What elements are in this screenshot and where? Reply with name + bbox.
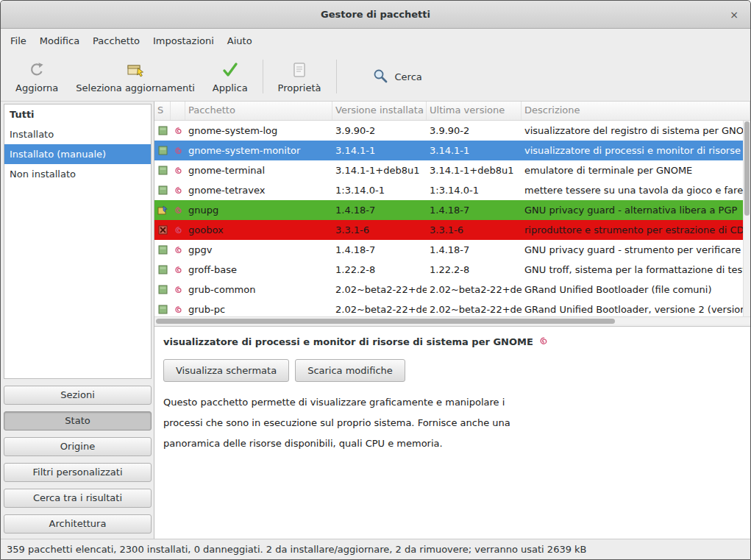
installed-version: 3.3.1-6 bbox=[332, 224, 427, 235]
vertical-scrollbar-thumb[interactable] bbox=[744, 121, 750, 216]
status-installed-icon bbox=[154, 185, 171, 195]
details-buttons: Visualizza schermata Scarica modifiche bbox=[163, 359, 741, 382]
package-description: mettere tessere su una tavola da gioco e… bbox=[522, 185, 750, 196]
titlebar[interactable]: Gestore di pacchetti × bbox=[1, 1, 750, 29]
menu-file[interactable]: File bbox=[4, 29, 33, 52]
installed-version: 3.14.1-1+deb8u1 bbox=[332, 165, 427, 176]
main-area: TuttiInstallatoInstallato (manuale)Non i… bbox=[1, 102, 750, 539]
debian-swirl-icon bbox=[171, 285, 185, 294]
package-name: gnome-system-log bbox=[185, 125, 332, 136]
filter-item-non-installato[interactable]: Non installato bbox=[4, 164, 151, 184]
package-row-gnome-terminal[interactable]: gnome-terminal3.14.1-1+deb8u13.14.1-1+de… bbox=[154, 160, 750, 180]
sidebar-button-filtri-personalizzati[interactable]: Filtri personalizzati bbox=[4, 463, 152, 482]
debian-swirl-icon bbox=[171, 305, 185, 314]
debian-swirl-icon bbox=[171, 166, 185, 175]
reload-button[interactable]: Aggiorna bbox=[7, 55, 67, 98]
sidebar-button-sezioni[interactable]: Sezioni bbox=[4, 386, 152, 405]
package-row-grub-common[interactable]: grub-common2.02~beta2-22+deb2.02~beta2-2… bbox=[154, 280, 750, 300]
package-table: S Pacchetto Versione installata Ultima v… bbox=[154, 102, 750, 325]
vertical-scrollbar[interactable] bbox=[743, 121, 750, 316]
sidebar-buttons: SezioniStatoOrigineFiltri personalizzati… bbox=[4, 386, 152, 534]
package-row-groff-base[interactable]: groff-base1.22.2-81.22.2-8GNU troff, sis… bbox=[154, 260, 750, 280]
filter-item-installato[interactable]: Installato bbox=[4, 124, 151, 144]
installed-version: 3.9.90-2 bbox=[332, 125, 427, 136]
sidebar-button-architettura[interactable]: Architettura bbox=[4, 514, 152, 534]
status-installed-icon bbox=[154, 126, 171, 135]
column-header-description[interactable]: Descrizione bbox=[522, 102, 750, 120]
installed-version: 2.02~beta2-22+deb bbox=[332, 304, 427, 315]
package-description: emulatore di terminale per GNOME bbox=[522, 165, 750, 176]
package-row-gnupg[interactable]: gnupg1.4.18-71.4.18-7GNU privacy guard -… bbox=[154, 200, 750, 220]
menu-modifica[interactable]: Modifica bbox=[33, 29, 86, 52]
status-installed-icon bbox=[154, 166, 171, 175]
package-description: visualizzatore del registro di sistema p… bbox=[522, 125, 750, 136]
package-row-gnome-system-monitor[interactable]: gnome-system-monitor3.14.1-13.14.1-1visu… bbox=[154, 141, 750, 160]
toolbar-separator bbox=[336, 60, 337, 93]
status-installed-icon bbox=[154, 146, 171, 155]
toolbar: Aggiorna Seleziona aggiornamenti Applica… bbox=[1, 52, 750, 102]
column-header-installed-version[interactable]: Versione installata bbox=[332, 102, 427, 120]
package-row-gnome-tetravex[interactable]: gnome-tetravex1:3.14.0-11:3.14.0-1metter… bbox=[154, 180, 750, 200]
horizontal-scrollbar[interactable] bbox=[154, 316, 750, 325]
package-row-gpgv[interactable]: gpgv1.4.18-71.4.18-7GNU privacy guard - … bbox=[154, 240, 750, 260]
package-description: GNU privacy guard - strumento per verifi… bbox=[522, 244, 750, 255]
horizontal-scrollbar-thumb[interactable] bbox=[156, 319, 615, 324]
package-description: GRand Unified Bootloader, versione 2 (ve… bbox=[522, 304, 750, 315]
menu-pacchetto[interactable]: Pacchetto bbox=[86, 29, 146, 52]
apply-check-icon bbox=[221, 60, 239, 79]
debian-swirl-icon bbox=[171, 265, 185, 274]
package-row-goobox[interactable]: goobox3.3.1-63.3.1-6riproduttore e strum… bbox=[154, 220, 750, 240]
toolbar-separator bbox=[263, 60, 263, 93]
column-header-status[interactable]: S bbox=[154, 102, 171, 120]
package-name: gnupg bbox=[185, 205, 332, 216]
debian-swirl-icon bbox=[171, 126, 185, 135]
close-icon[interactable]: × bbox=[727, 7, 741, 22]
get-changelog-button[interactable]: Scarica modifiche bbox=[295, 359, 405, 382]
reload-label: Aggiorna bbox=[15, 82, 58, 93]
filter-item-tutti[interactable]: Tutti bbox=[4, 104, 151, 124]
column-header-latest-version[interactable]: Ultima versione bbox=[427, 102, 522, 120]
status-installed-icon bbox=[154, 245, 171, 255]
package-name: gnome-tetravex bbox=[185, 185, 332, 196]
filter-item-installato-manuale[interactable]: Installato (manuale) bbox=[4, 144, 151, 164]
menu-aiuto[interactable]: Aiuto bbox=[221, 29, 259, 52]
get-screenshot-button[interactable]: Visualizza schermata bbox=[163, 359, 289, 382]
latest-version: 3.14.1-1 bbox=[427, 145, 522, 156]
status-remove-icon bbox=[154, 225, 171, 235]
properties-button[interactable]: Proprietà bbox=[269, 55, 330, 98]
package-name: goobox bbox=[185, 224, 332, 235]
package-name: gnome-system-monitor bbox=[185, 145, 332, 156]
installed-version: 3.14.1-1 bbox=[332, 145, 427, 156]
debian-swirl-icon bbox=[171, 146, 185, 155]
details-title-text: visualizzatore di processi e monitor di … bbox=[163, 336, 533, 347]
apply-button[interactable]: Applica bbox=[204, 55, 257, 98]
package-manager-window: Gestore di pacchetti × FileModificaPacch… bbox=[0, 0, 751, 560]
sidebar-button-origine[interactable]: Origine bbox=[4, 437, 152, 456]
sidebar-button-stato[interactable]: Stato bbox=[4, 411, 152, 430]
menubar: FileModificaPacchettoImpostazioniAiuto bbox=[1, 29, 750, 52]
installed-version: 1.22.2-8 bbox=[332, 264, 427, 275]
details-title: visualizzatore di processi e monitor di … bbox=[163, 336, 741, 348]
sidebar-button-cerca-tra-i-risultati[interactable]: Cerca tra i risultati bbox=[4, 489, 152, 508]
installed-version: 1.4.18-7 bbox=[332, 244, 427, 255]
mark-upgrades-button[interactable]: Seleziona aggiornamenti bbox=[67, 55, 204, 98]
latest-version: 1.4.18-7 bbox=[427, 244, 522, 255]
search-label: Cerca bbox=[395, 71, 422, 82]
latest-version: 3.3.1-6 bbox=[427, 224, 522, 235]
latest-version: 1.4.18-7 bbox=[427, 205, 522, 216]
menu-impostazioni[interactable]: Impostazioni bbox=[146, 29, 221, 52]
status-upgrade-icon bbox=[154, 205, 171, 215]
package-row-gnome-system-log[interactable]: gnome-system-log3.9.90-23.9.90-2visualiz… bbox=[154, 121, 750, 141]
sidebar: TuttiInstallatoInstallato (manuale)Non i… bbox=[1, 102, 154, 539]
table-rows: gnome-system-log3.9.90-23.9.90-2visualiz… bbox=[154, 121, 750, 316]
search-button[interactable]: Cerca bbox=[359, 60, 435, 93]
column-header-package[interactable]: Pacchetto bbox=[185, 102, 332, 120]
package-name: groff-base bbox=[185, 264, 332, 275]
package-description: GNU troff, sistema per la formattazione … bbox=[522, 264, 750, 275]
package-row-grub-pc[interactable]: grub-pc2.02~beta2-22+deb2.02~beta2-22+de… bbox=[154, 300, 750, 316]
status-installed-icon bbox=[154, 305, 171, 314]
mark-upgrades-label: Seleziona aggiornamenti bbox=[76, 82, 195, 93]
debian-swirl-icon bbox=[171, 185, 185, 195]
details-description: Questo pacchetto permette di visualizzar… bbox=[163, 392, 741, 454]
column-header-origin[interactable] bbox=[171, 102, 185, 120]
